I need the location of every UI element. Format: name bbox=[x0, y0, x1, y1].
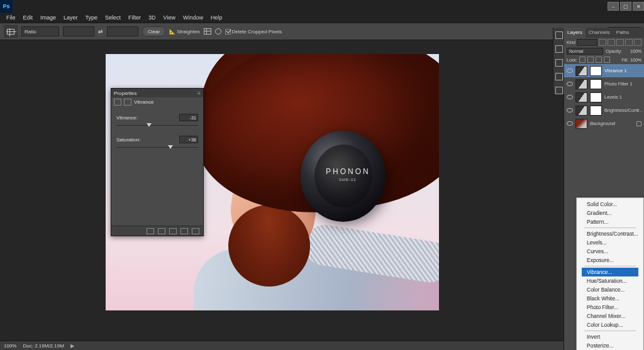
options-bar: Ratio ⇄ Clear 📐 Straighten Delete Croppe… bbox=[0, 23, 644, 40]
saturation-knob[interactable] bbox=[168, 145, 173, 149]
properties-panel[interactable]: Properties ≡ Vibrance Vibrance: -31 Satu… bbox=[111, 88, 204, 236]
filter-shape-icon[interactable] bbox=[625, 39, 633, 46]
filter-adjust-icon[interactable] bbox=[608, 39, 615, 46]
context-menu-item[interactable]: Exposure... bbox=[582, 256, 638, 265]
visibility-icon[interactable] bbox=[180, 228, 188, 234]
saturation-slider[interactable] bbox=[116, 145, 198, 150]
delete-cropped-checkbox[interactable]: Delete Cropped Pixels bbox=[225, 29, 282, 35]
layer-row[interactable]: Photo Filter 1 bbox=[564, 77, 644, 90]
collapsed-panel-icon[interactable] bbox=[555, 45, 563, 53]
view-previous-icon[interactable] bbox=[158, 228, 165, 234]
visibility-toggle-icon[interactable] bbox=[567, 82, 573, 86]
filter-smart-icon[interactable] bbox=[634, 39, 641, 46]
menu-image[interactable]: Image bbox=[36, 13, 60, 23]
clear-button[interactable]: Clear bbox=[142, 26, 165, 36]
menu-3d[interactable]: 3D bbox=[145, 13, 160, 23]
filter-type-icon[interactable] bbox=[616, 39, 624, 46]
photo-subbrand-text: SMB-02 bbox=[339, 178, 357, 182]
vibrance-slider[interactable] bbox=[116, 123, 198, 128]
visibility-toggle-icon[interactable] bbox=[567, 68, 573, 73]
checkbox-icon bbox=[225, 29, 231, 35]
context-menu-item[interactable]: Color Balance... bbox=[582, 285, 638, 294]
work-area: PHONON SMB-02 bbox=[0, 40, 564, 341]
context-menu-item[interactable]: Gradient... bbox=[582, 209, 638, 217]
collapsed-panel-icon[interactable] bbox=[555, 87, 563, 94]
context-menu-item[interactable]: Channel Mixer... bbox=[582, 312, 638, 320]
vibrance-value[interactable]: -31 bbox=[179, 114, 198, 121]
context-menu-item[interactable]: Solid Color... bbox=[582, 200, 638, 209]
filter-kind-dropdown[interactable] bbox=[577, 39, 597, 46]
tab-paths[interactable]: Paths bbox=[613, 28, 632, 38]
doc-size[interactable]: Doc: 2.19M/2.19M bbox=[23, 343, 64, 349]
context-menu-item[interactable]: Pattern... bbox=[582, 217, 638, 226]
layer-name: Levels 1 bbox=[604, 94, 641, 100]
lock-all-icon[interactable] bbox=[604, 57, 610, 63]
maximize-button[interactable]: ▢ bbox=[620, 2, 631, 11]
blend-mode-dropdown[interactable]: Normal bbox=[567, 48, 603, 55]
properties-footer bbox=[111, 226, 203, 236]
layer-filter-row: Kind bbox=[564, 38, 644, 46]
overlay-grid-icon[interactable] bbox=[204, 28, 211, 35]
context-menu-item[interactable]: Hue/Saturation... bbox=[582, 276, 638, 285]
fill-value[interactable]: 100% bbox=[630, 58, 641, 62]
status-flyout-icon[interactable]: ▶ bbox=[70, 343, 74, 349]
menu-layer[interactable]: Layer bbox=[60, 13, 82, 23]
properties-header[interactable]: Properties ≡ bbox=[111, 89, 203, 97]
layer-row[interactable]: Background bbox=[564, 117, 644, 130]
menu-select[interactable]: Select bbox=[101, 13, 125, 23]
filter-pixel-icon[interactable] bbox=[599, 39, 606, 46]
crop-options-icon[interactable] bbox=[215, 28, 221, 35]
menu-file[interactable]: File bbox=[3, 13, 19, 23]
zoom-level[interactable]: 100% bbox=[4, 343, 16, 349]
ratio-width-input[interactable] bbox=[63, 26, 94, 36]
close-button[interactable]: ✕ bbox=[633, 2, 644, 11]
minimize-button[interactable]: – bbox=[608, 2, 619, 11]
context-menu-item[interactable]: Photo Filter... bbox=[582, 303, 638, 312]
menu-window[interactable]: Window bbox=[179, 13, 207, 23]
menu-help[interactable]: Help bbox=[207, 13, 226, 23]
ratio-dropdown[interactable]: Ratio bbox=[21, 26, 59, 36]
menu-type[interactable]: Type bbox=[82, 13, 102, 23]
menu-filter[interactable]: Filter bbox=[125, 13, 145, 23]
status-bar: 100% Doc: 2.19M/2.19M ▶ bbox=[0, 341, 564, 350]
clip-to-layer-icon[interactable] bbox=[147, 228, 154, 234]
visibility-toggle-icon[interactable] bbox=[567, 121, 573, 126]
menu-view[interactable]: View bbox=[160, 13, 179, 23]
context-menu-item[interactable]: Posterize... bbox=[582, 341, 638, 350]
swap-dimensions-icon[interactable]: ⇄ bbox=[98, 28, 103, 35]
crop-tool-icon[interactable] bbox=[4, 25, 18, 38]
layer-row[interactable]: Levels 1 bbox=[564, 90, 644, 104]
trash-icon[interactable] bbox=[192, 228, 199, 234]
context-menu-item[interactable]: Black White... bbox=[582, 294, 638, 303]
context-menu-item[interactable]: Curves... bbox=[582, 247, 638, 256]
opacity-value[interactable]: 100% bbox=[625, 49, 641, 53]
panel-menu-icon[interactable]: ≡ bbox=[197, 90, 201, 96]
vibrance-knob[interactable] bbox=[147, 123, 152, 127]
lock-pixels-icon[interactable] bbox=[587, 57, 594, 63]
menu-edit[interactable]: Edit bbox=[19, 13, 37, 23]
tab-channels[interactable]: Channels bbox=[586, 28, 613, 38]
context-menu-item[interactable]: Vibrance... bbox=[582, 268, 638, 276]
context-menu-item[interactable]: Color Lookup... bbox=[582, 320, 638, 329]
straighten-button[interactable]: 📐 Straighten bbox=[169, 29, 199, 35]
collapsed-panel-icon[interactable] bbox=[555, 31, 563, 39]
tab-layers[interactable]: Layers bbox=[564, 28, 586, 38]
layer-row[interactable]: Brightness/Contr... bbox=[564, 104, 644, 117]
vibrance-label: Vibrance: bbox=[116, 115, 138, 121]
collapsed-panel-icon[interactable] bbox=[555, 73, 563, 80]
app-logo: Ps bbox=[0, 0, 13, 13]
reset-icon[interactable] bbox=[169, 228, 177, 234]
layer-row[interactable]: Vibrance 1 bbox=[564, 64, 644, 77]
ratio-height-input[interactable] bbox=[107, 26, 138, 36]
visibility-toggle-icon[interactable] bbox=[567, 108, 573, 112]
context-menu-item[interactable]: Levels... bbox=[582, 238, 638, 247]
context-menu-item[interactable]: Invert bbox=[582, 332, 638, 341]
layer-name: Background bbox=[590, 121, 634, 126]
context-menu-item[interactable]: Brightness/Contrast... bbox=[582, 229, 638, 238]
lock-transparent-icon[interactable] bbox=[579, 57, 586, 63]
collapsed-panel-icon[interactable] bbox=[555, 59, 563, 67]
visibility-toggle-icon[interactable] bbox=[567, 95, 573, 99]
saturation-value[interactable]: +38 bbox=[179, 136, 198, 143]
lock-position-icon[interactable] bbox=[596, 57, 602, 63]
adjustment-thumb bbox=[575, 92, 587, 102]
